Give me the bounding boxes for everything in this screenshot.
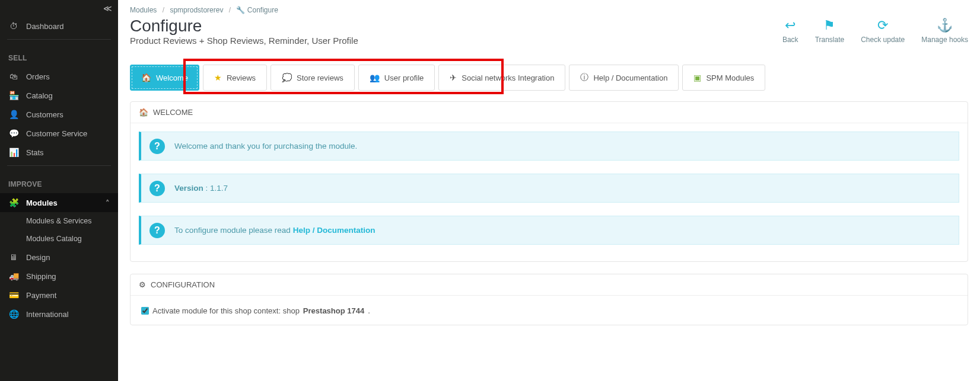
truck-icon: 🚚 (8, 271, 19, 281)
sidebar-item-design[interactable]: 🖥 Design (0, 248, 118, 267)
sidebar-item-payment[interactable]: 💳 Payment (0, 286, 118, 305)
heading-text: WELCOME (153, 108, 193, 117)
puzzle-icon: 🧩 (8, 198, 19, 207)
action-label: Check update (861, 36, 905, 44)
tab-spm-modules[interactable]: ▣ SPM Modules (682, 65, 765, 91)
sidebar-label: Modules (26, 198, 58, 207)
action-label: Translate (815, 36, 845, 44)
action-back[interactable]: ↩ Back (782, 18, 798, 44)
version-value: 1.1.7 (210, 184, 228, 193)
question-icon: ? (149, 139, 165, 154)
users-icon: 👥 (370, 73, 380, 82)
activate-checkbox-line[interactable]: Activate module for this shop context: s… (139, 304, 959, 321)
card-icon: 💳 (8, 290, 19, 300)
checkbox-label-post: . (368, 306, 370, 315)
sidebar-label: Modules & Services (26, 217, 91, 225)
tab-label: Welcome (156, 73, 188, 82)
sidebar-label: Orders (26, 72, 50, 81)
comments-icon: 💭 (282, 73, 292, 82)
tab-reviews[interactable]: ★ Reviews (203, 65, 267, 91)
panel-welcome: 🏠 WELCOME ? Welcome and thank you for pu… (130, 101, 968, 262)
sidebar-label: Payment (26, 291, 56, 300)
panel-heading: 🏠 WELCOME (131, 102, 968, 123)
tab-help[interactable]: ⓘ Help / Documentation (569, 65, 679, 91)
back-arrow-icon: ↩ (782, 18, 798, 33)
sidebar-label: Customers (26, 110, 63, 119)
sidebar-item-dashboard[interactable]: ⏱ Dashboard (0, 17, 118, 36)
alert-thank-you: ? Welcome and thank you for purchasing t… (139, 132, 959, 161)
person-icon: 👤 (8, 110, 19, 119)
action-label: Back (782, 36, 798, 44)
page-title: Configure (130, 18, 358, 34)
breadcrumb: Modules / spmprodstorerev / 🔧 Configure (130, 0, 968, 14)
sidebar-label: Dashboard (26, 22, 64, 31)
sidebar-label: International (26, 310, 69, 319)
store-icon: 🏪 (8, 91, 19, 100)
action-label: Manage hooks (921, 36, 968, 44)
breadcrumb-modules[interactable]: Modules (130, 6, 157, 14)
cubes-icon: ▣ (693, 73, 701, 82)
tab-social-networks[interactable]: ✈ Social networks Integration (438, 65, 565, 91)
sidebar-item-modules[interactable]: 🧩 Modules ˄ (0, 193, 118, 212)
breadcrumb-sep: / (225, 6, 234, 14)
flag-icon: ⚑ (815, 18, 845, 33)
refresh-icon: ⟳ (861, 18, 905, 33)
tab-label: Reviews (227, 73, 256, 82)
breadcrumb-slug[interactable]: spmprodstorerev (170, 6, 223, 14)
sidebar-label: Customer Service (26, 129, 87, 138)
anchor-icon: ⚓ (921, 18, 968, 33)
bars-icon: 📊 (8, 148, 19, 157)
help-icon: ⓘ (580, 72, 588, 83)
alert-configure: ? To configure module please read Help /… (139, 216, 959, 245)
tab-label: SPM Modules (706, 73, 754, 82)
tab-label: Help / Documentation (593, 73, 667, 82)
alert-version: ? Version : 1.1.7 (139, 174, 959, 203)
tab-label: Social networks Integration (462, 73, 554, 82)
sidebar-item-customers[interactable]: 👤 Customers (0, 105, 118, 124)
tab-user-profile[interactable]: 👥 User profile (358, 65, 435, 91)
sidebar-label: Modules Catalog (26, 235, 82, 243)
activate-checkbox[interactable] (141, 307, 149, 315)
basket-icon: 🛍 (8, 72, 19, 81)
sidebar-item-modules-catalog[interactable]: Modules Catalog (0, 230, 118, 248)
monitor-icon: 🖥 (8, 252, 19, 262)
action-check-update[interactable]: ⟳ Check update (861, 18, 905, 44)
checkbox-label-pre: Activate module for this shop context: s… (152, 306, 300, 315)
speedometer-icon: ⏱ (8, 21, 19, 31)
alert-text: Welcome and thank you for purchasing the… (174, 142, 357, 151)
sidebar-label: Catalog (26, 91, 53, 100)
wrench-icon: 🔧 (236, 6, 245, 14)
sidebar-item-modules-services[interactable]: Modules & Services (0, 212, 118, 230)
checkbox-label-shop: Prestashop 1744 (303, 306, 364, 315)
sidebar-label: Stats (26, 148, 44, 157)
sidebar-item-shipping[interactable]: 🚚 Shipping (0, 267, 118, 286)
tab-label: Store reviews (297, 73, 343, 82)
version-sep: : (203, 184, 210, 193)
gears-icon: ⚙ (139, 280, 146, 289)
breadcrumb-configure: Configure (247, 6, 278, 14)
help-doc-link[interactable]: Help / Documentation (293, 226, 376, 235)
sidebar-section-sell: SELL (0, 43, 118, 67)
home-icon: 🏠 (139, 108, 148, 117)
version-label: Version (174, 184, 203, 193)
sidebar-item-stats[interactable]: 📊 Stats (0, 143, 118, 162)
sidebar-collapse-icon[interactable]: ≪ (0, 0, 118, 17)
sidebar-item-orders[interactable]: 🛍 Orders (0, 67, 118, 86)
alert-text: To configure module please read (174, 226, 293, 235)
breadcrumb-sep: / (159, 6, 168, 14)
main-content: Modules / spmprodstorerev / 🔧 Configure … (118, 0, 980, 381)
question-icon: ? (149, 223, 165, 238)
panel-configuration: ⚙ CONFIGURATION Activate module for this… (130, 274, 968, 325)
panel-heading: ⚙ CONFIGURATION (131, 274, 968, 296)
sidebar-item-customer-service[interactable]: 💬 Customer Service (0, 124, 118, 143)
chevron-up-icon: ˄ (106, 198, 110, 207)
sidebar-item-international[interactable]: 🌐 International (0, 305, 118, 324)
star-icon: ★ (214, 73, 222, 82)
action-translate[interactable]: ⚑ Translate (815, 18, 845, 44)
sidebar-item-catalog[interactable]: 🏪 Catalog (0, 86, 118, 105)
tab-store-reviews[interactable]: 💭 Store reviews (271, 65, 355, 91)
heading-text: CONFIGURATION (151, 280, 215, 289)
action-manage-hooks[interactable]: ⚓ Manage hooks (921, 18, 968, 44)
tab-welcome[interactable]: 🏠 Welcome (130, 65, 199, 91)
page-subtitle: Product Reviews + Shop Reviews, Reminder… (130, 36, 358, 46)
